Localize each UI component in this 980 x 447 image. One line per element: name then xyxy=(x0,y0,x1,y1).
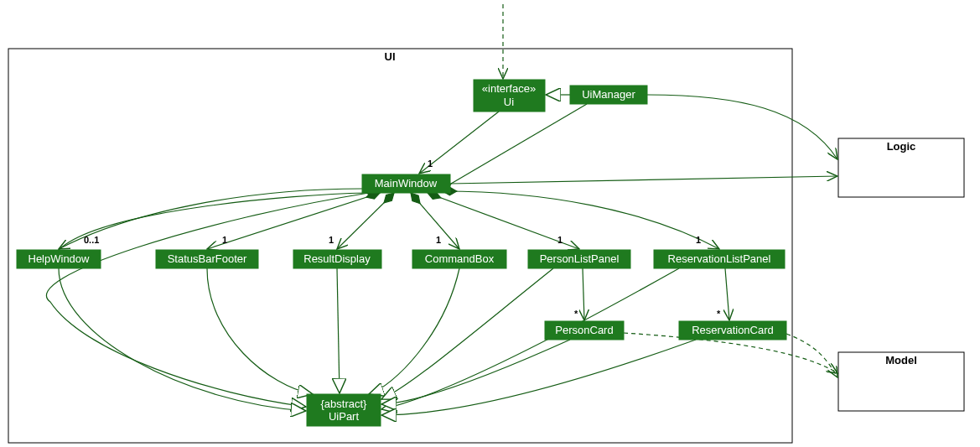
node-reservationcard-label: ReservationCard xyxy=(692,324,774,336)
mult-rd: 1 xyxy=(329,235,334,245)
node-ui-stereotype: «interface» xyxy=(482,82,536,95)
node-commandbox-label: CommandBox xyxy=(425,252,495,265)
node-personlistpanel: PersonListPanel xyxy=(528,250,630,268)
node-personlistpanel-label: PersonListPanel xyxy=(540,252,620,265)
node-reservationlistpanel-label: ReservationListPanel xyxy=(668,252,771,265)
node-personcard: PersonCard xyxy=(545,321,624,340)
package-model-label: Model xyxy=(885,354,917,366)
node-mainwindow: MainWindow xyxy=(362,174,450,193)
node-ui-label: Ui xyxy=(504,96,514,108)
mult-rc: * xyxy=(717,309,721,319)
package-ui-label: UI xyxy=(385,50,396,63)
node-statusbarfooter-label: StatusBarFooter xyxy=(168,252,247,265)
mult-plp: 1 xyxy=(557,235,563,245)
node-uipart: {abstract} UiPart xyxy=(307,394,381,426)
mult-cb: 1 xyxy=(436,235,441,245)
node-helpwindow-label: HelpWindow xyxy=(29,252,91,265)
node-reservationcard: ReservationCard xyxy=(679,321,786,340)
edge-rc-model xyxy=(786,334,837,377)
node-resultdisplay-label: ResultDisplay xyxy=(303,252,371,265)
node-resultdisplay: ResultDisplay xyxy=(293,250,381,268)
node-personcard-label: PersonCard xyxy=(555,324,613,336)
node-ui-interface: «interface» Ui xyxy=(474,80,545,112)
mult-pc: * xyxy=(574,309,578,319)
node-helpwindow: HelpWindow xyxy=(17,250,101,268)
uml-class-diagram: UI Logic Model 1 0..1 1 1 1 1 1 * * xyxy=(0,0,980,447)
node-uimanager-label: UiManager xyxy=(582,88,635,101)
node-reservationlistpanel: ReservationListPanel xyxy=(654,250,785,268)
node-uipart-stereotype: {abstract} xyxy=(321,398,368,410)
node-uipart-label: UiPart xyxy=(329,410,360,423)
mult-mainwindow: 1 xyxy=(428,159,433,169)
mult-rlp: 1 xyxy=(696,235,701,245)
mult-helpwindow: 0..1 xyxy=(84,235,99,245)
node-commandbox: CommandBox xyxy=(412,250,506,268)
package-logic-label: Logic xyxy=(887,140,916,153)
node-statusbarfooter: StatusBarFooter xyxy=(156,250,258,268)
package-ui xyxy=(8,49,792,443)
node-mainwindow-label: MainWindow xyxy=(375,177,438,190)
node-uimanager: UiManager xyxy=(570,86,647,104)
mult-sbf: 1 xyxy=(222,235,227,245)
